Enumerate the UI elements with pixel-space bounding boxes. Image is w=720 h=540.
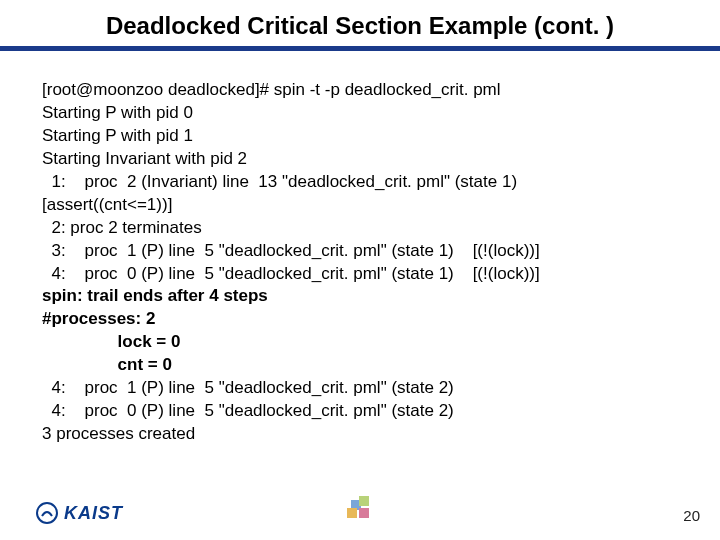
output-line: 2: proc 2 terminates	[42, 217, 678, 240]
output-line-bold: #processes: 2	[42, 308, 678, 331]
output-line: 4: proc 0 (P) line 5 "deadlocked_crit. p…	[42, 263, 678, 286]
svg-rect-4	[359, 508, 369, 518]
svg-rect-3	[347, 508, 357, 518]
logo-mark-icon	[36, 502, 58, 524]
output-line: [root@moonzoo deadlocked]# spin -t -p de…	[42, 79, 678, 102]
output-line: Starting P with pid 0	[42, 102, 678, 125]
terminal-output: [root@moonzoo deadlocked]# spin -t -p de…	[0, 51, 720, 446]
footer: KAIST 20	[0, 482, 720, 530]
svg-rect-2	[359, 496, 369, 506]
output-line: Starting P with pid 1	[42, 125, 678, 148]
output-line: 3: proc 1 (P) line 5 "deadlocked_crit. p…	[42, 240, 678, 263]
output-line-bold: spin: trail ends after 4 steps	[42, 285, 678, 308]
output-line-bold: cnt = 0	[42, 354, 678, 377]
output-line: 4: proc 1 (P) line 5 "deadlocked_crit. p…	[42, 377, 678, 400]
logo-text: KAIST	[64, 503, 123, 524]
slide-decoration-icon	[343, 492, 377, 530]
output-line: 3 processes created	[42, 423, 678, 446]
output-line: 4: proc 0 (P) line 5 "deadlocked_crit. p…	[42, 400, 678, 423]
output-line-bold: lock = 0	[42, 331, 678, 354]
slide-title: Deadlocked Critical Section Example (con…	[0, 12, 720, 46]
kaist-logo: KAIST	[36, 502, 123, 524]
output-line: Starting Invariant with pid 2	[42, 148, 678, 171]
output-line: 1: proc 2 (Invariant) line 13 "deadlocke…	[42, 171, 678, 194]
title-bar: Deadlocked Critical Section Example (con…	[0, 0, 720, 51]
page-number: 20	[683, 507, 700, 524]
output-line: [assert((cnt<=1))]	[42, 194, 678, 217]
